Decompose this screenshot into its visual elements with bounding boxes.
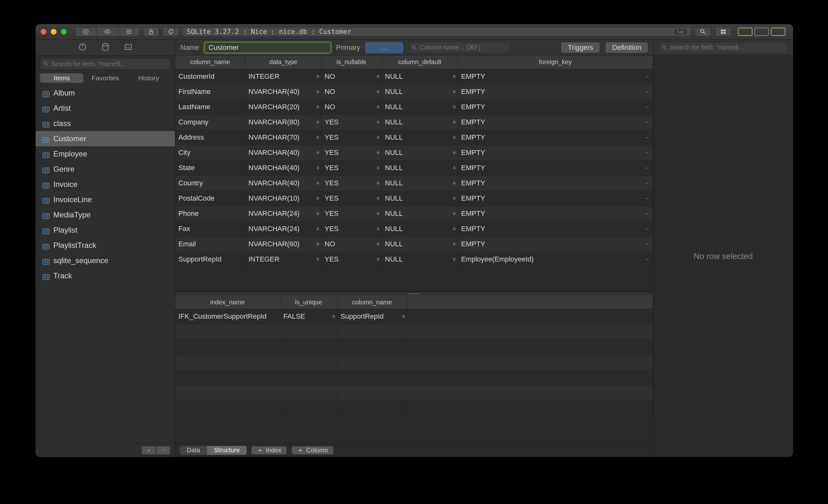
stepper-icon[interactable] — [316, 243, 319, 246]
arrow-icon[interactable]: → — [644, 165, 650, 171]
stepper-icon[interactable] — [453, 197, 456, 200]
cell-foreign-key[interactable]: Employee(EmployeeId)→ — [458, 252, 653, 267]
close-window-button[interactable] — [41, 29, 46, 35]
cell-foreign-key[interactable]: EMPTY→ — [458, 191, 653, 206]
arrow-icon[interactable]: → — [644, 104, 650, 111]
tab-favorites[interactable]: Favorites — [83, 73, 127, 83]
sidebar-item-genre[interactable]: Genre — [36, 162, 175, 177]
triggers-button[interactable]: Triggers — [561, 42, 600, 53]
column-row[interactable]: StateNVARCHAR(40)YESNULLEMPTY→ — [175, 160, 653, 175]
column-row[interactable]: LastNameNVARCHAR(20)NONULLEMPTY→ — [175, 99, 653, 115]
header-index-column[interactable]: column_name — [337, 295, 407, 309]
cell-nullable[interactable]: YES — [321, 175, 382, 191]
stepper-icon[interactable] — [316, 212, 319, 215]
stepper-icon[interactable] — [377, 151, 380, 155]
cell-nullable[interactable]: YES — [321, 191, 382, 206]
cell-data-type[interactable]: NVARCHAR(24) — [245, 221, 321, 237]
primary-key-button[interactable]: … — [365, 42, 403, 53]
sidebar-item-customer[interactable]: Customer — [36, 131, 175, 146]
stepper-icon[interactable] — [402, 315, 405, 318]
sidebar-search[interactable] — [40, 58, 170, 70]
cell-column-name[interactable]: CustomerId — [175, 69, 245, 84]
cell-default[interactable]: NULL — [382, 175, 458, 191]
stepper-icon[interactable] — [377, 75, 380, 78]
database-icon[interactable] — [101, 43, 110, 52]
cell-nullable[interactable]: NO — [321, 69, 382, 84]
add-item-button[interactable]: ＋ — [141, 446, 156, 455]
cell-nullable[interactable]: YES — [321, 130, 382, 145]
header-data-type[interactable]: data_type — [245, 55, 321, 69]
search-button[interactable] — [695, 27, 711, 37]
cell-foreign-key[interactable]: EMPTY→ — [458, 115, 653, 130]
column-row[interactable]: PhoneNVARCHAR(24)YESNULLEMPTY→ — [175, 206, 653, 221]
arrow-icon[interactable]: → — [644, 256, 650, 263]
stepper-icon[interactable] — [453, 90, 456, 94]
cell-default[interactable]: NULL — [382, 252, 458, 267]
column-row[interactable]: CityNVARCHAR(40)YESNULLEMPTY→ — [175, 145, 653, 160]
arrow-icon[interactable]: → — [644, 73, 650, 80]
stepper-icon[interactable] — [316, 106, 319, 109]
column-search-input[interactable] — [419, 44, 506, 51]
stepper-icon[interactable] — [453, 181, 456, 185]
cell-foreign-key[interactable]: EMPTY→ — [458, 160, 653, 175]
stepper-icon[interactable] — [377, 243, 380, 246]
stepper-icon[interactable] — [453, 243, 456, 246]
breadcrumb[interactable]: SQLite 3.27.2 : Nice : nice.db : Custome… — [182, 27, 692, 37]
cell-foreign-key[interactable]: EMPTY→ — [458, 175, 653, 191]
cell-nullable[interactable]: NO — [321, 84, 382, 99]
stepper-icon[interactable] — [377, 258, 380, 261]
cell-default[interactable]: NULL — [382, 145, 458, 160]
cell-data-type[interactable]: INTEGER — [245, 252, 321, 267]
stepper-icon[interactable] — [316, 75, 319, 78]
arrow-icon[interactable]: → — [644, 119, 650, 126]
layout-right-button[interactable] — [771, 28, 785, 36]
cell-column-name[interactable]: FirstName — [175, 84, 245, 99]
arrow-icon[interactable]: → — [644, 195, 650, 202]
column-row[interactable]: FirstNameNVARCHAR(40)NONULLEMPTY→ — [175, 84, 653, 99]
add-index-button[interactable]: ＋ Index — [251, 446, 287, 455]
cell-column-name[interactable]: PostalCode — [175, 191, 245, 206]
column-row[interactable]: SupportRepIdINTEGERYESNULLEmployee(Emplo… — [175, 252, 653, 267]
layout-left-button[interactable] — [738, 28, 752, 36]
cell-column-name[interactable]: City — [175, 145, 245, 160]
header-column-default[interactable]: column_default — [382, 55, 458, 69]
stepper-icon[interactable] — [377, 106, 380, 109]
header-is-nullable[interactable]: is_nullable — [321, 55, 382, 69]
tab-items[interactable]: Items — [40, 73, 83, 83]
cell-nullable[interactable]: YES — [321, 252, 382, 267]
sidebar-item-employee[interactable]: Employee — [36, 146, 175, 162]
stepper-icon[interactable] — [316, 197, 319, 200]
cell-default[interactable]: NULL — [382, 206, 458, 221]
arrow-icon[interactable]: → — [644, 210, 650, 217]
cell-nullable[interactable]: NO — [321, 99, 382, 115]
cell-is-unique[interactable]: FALSE — [280, 309, 337, 324]
sidebar-item-artist[interactable]: Artist — [36, 100, 175, 116]
definition-button[interactable]: Definition — [605, 42, 648, 53]
sidebar-item-class[interactable]: class — [36, 116, 175, 131]
stepper-icon[interactable] — [377, 181, 380, 185]
stepper-icon[interactable] — [453, 75, 456, 78]
cell-foreign-key[interactable]: EMPTY→ — [458, 145, 653, 160]
stepper-icon[interactable] — [453, 212, 456, 215]
stepper-icon[interactable] — [332, 315, 335, 318]
column-row[interactable]: CountryNVARCHAR(40)YESNULLEMPTY→ — [175, 175, 653, 191]
stepper-icon[interactable] — [377, 90, 380, 94]
stepper-icon[interactable] — [453, 121, 456, 124]
cell-column-name[interactable]: SupportRepId — [175, 252, 245, 267]
stepper-icon[interactable] — [316, 181, 319, 185]
stepper-icon[interactable] — [453, 166, 456, 170]
stepper-icon[interactable] — [377, 166, 380, 170]
index-row[interactable]: IFK_CustomerSupportRepIdFALSESupportRepI… — [175, 309, 653, 324]
cell-column-name[interactable]: Fax — [175, 221, 245, 237]
sidebar-item-playlisttrack[interactable]: PlaylistTrack — [36, 238, 175, 253]
stepper-icon[interactable] — [453, 227, 456, 231]
sidebar-item-invoiceline[interactable]: InvoiceLine — [36, 192, 175, 207]
stepper-icon[interactable] — [316, 227, 319, 231]
cell-nullable[interactable]: YES — [321, 221, 382, 237]
cell-nullable[interactable]: YES — [321, 206, 382, 221]
connection-icon[interactable] — [78, 43, 87, 52]
header-index-name[interactable]: index_name — [175, 295, 280, 309]
sidebar-item-mediatype[interactable]: MediaType — [36, 207, 175, 222]
column-row[interactable]: FaxNVARCHAR(24)YESNULLEMPTY→ — [175, 221, 653, 237]
structure-tab[interactable]: Structure — [207, 446, 247, 455]
